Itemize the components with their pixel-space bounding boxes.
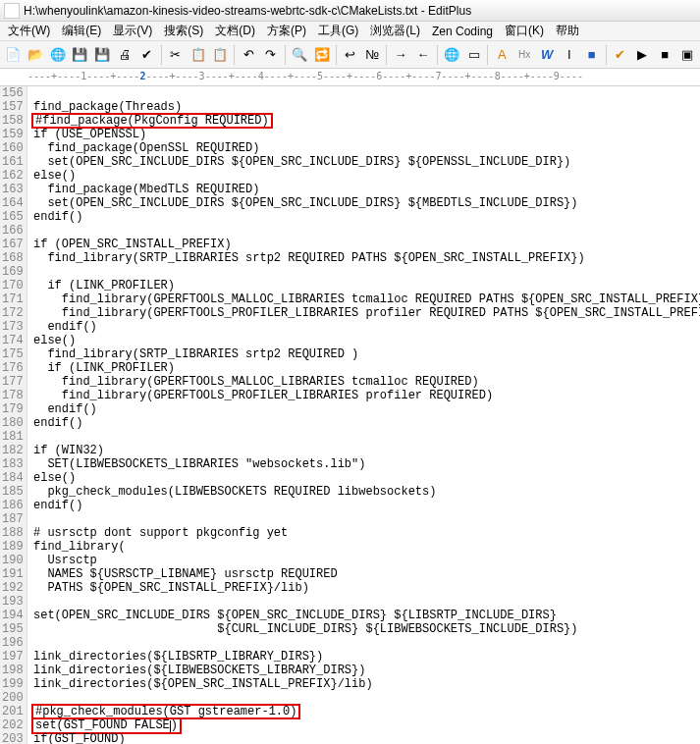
replace-button[interactable]: 🔁 [311, 44, 333, 66]
code-line[interactable]: set(OPEN_SRC_INCLUDE_DIRS ${OPEN_SRC_INC… [33, 196, 700, 210]
code-line[interactable] [33, 636, 700, 650]
menu-project[interactable]: 方案(P) [261, 21, 312, 41]
stop-button[interactable]: ■ [654, 44, 675, 66]
line-number: 161 [2, 155, 21, 169]
menu-edit[interactable]: 编辑(E) [56, 21, 107, 41]
code-line[interactable]: set(GST_FOUND FALSE) [33, 718, 700, 732]
indent-button[interactable]: → [390, 44, 411, 66]
code-line[interactable]: find_package(MbedTLS REQUIRED) [33, 183, 700, 196]
hex-button[interactable]: Hx [513, 44, 535, 66]
code-line[interactable]: find_library(GPERFTOOLS_PROFILER_LIBRARI… [33, 306, 700, 320]
line-number: 174 [2, 334, 21, 347]
browser-button[interactable]: 🌐 [441, 44, 462, 66]
line-number-gutter: 1561571581591601611621631641651661671681… [0, 86, 27, 744]
code-line[interactable]: SET(LIBWEBSOCKETS_LIBRARIES "websockets.… [33, 457, 700, 471]
save-all-button[interactable]: 💾 [91, 44, 113, 66]
code-line[interactable]: if (USE_OPENSSL) [33, 128, 700, 141]
code-line[interactable]: if (WIN32) [33, 444, 700, 457]
code-line[interactable]: link_directories(${OPEN_SRC_INSTALL_PREF… [33, 677, 700, 691]
redo-button[interactable]: ↷ [260, 44, 282, 66]
menu-document[interactable]: 文档(D) [209, 21, 261, 41]
code-line[interactable]: else() [33, 471, 700, 485]
line-number: 168 [2, 251, 21, 265]
open-remote-button[interactable]: 🌐 [47, 44, 69, 66]
code-line[interactable]: else() [33, 169, 700, 183]
code-line[interactable]: find_library(SRTP_LIBRARIES srtp2 REQUIR… [33, 251, 700, 265]
code-line[interactable] [33, 265, 700, 279]
code-line[interactable]: #pkg_check_modules(GST gstreamer-1.0) [33, 705, 700, 718]
code-line[interactable]: if (LINK_PROFILER) [33, 361, 700, 375]
bold-w-button[interactable]: W [536, 44, 558, 66]
print-button[interactable]: 🖨 [114, 44, 135, 66]
code-line[interactable]: if (OPEN_SRC_INSTALL_PREFIX) [33, 238, 700, 251]
open-file-button[interactable]: 📂 [25, 44, 46, 66]
line-number: 156 [2, 86, 21, 100]
code-line[interactable] [33, 512, 700, 526]
code-line[interactable]: find_package(OpenSSL REQUIRED) [33, 141, 700, 155]
undo-button[interactable]: ↶ [238, 44, 259, 66]
code-line[interactable] [33, 224, 700, 238]
line-number: 184 [2, 471, 21, 485]
code-line[interactable]: find_package(Threads) [33, 100, 700, 114]
italic-button[interactable]: I [559, 44, 580, 66]
menu-window[interactable]: 窗口(K) [499, 21, 550, 41]
code-line[interactable] [33, 86, 700, 100]
menu-tools[interactable]: 工具(G) [312, 21, 364, 41]
toolbar-separator [285, 45, 286, 65]
code-line[interactable]: if (LINK_PROFILER) [33, 279, 700, 292]
menu-file[interactable]: 文件(W) [2, 21, 56, 41]
terminal-button[interactable]: ▣ [676, 44, 698, 66]
line-number: 172 [2, 306, 21, 320]
menu-browser[interactable]: 浏览器(L) [364, 21, 426, 41]
code-line[interactable]: find_library(GPERFTOOLS_MALLOC_LIBRARIES… [33, 375, 700, 389]
code-line[interactable]: find_library( [33, 540, 700, 554]
line-number: 179 [2, 402, 21, 416]
code-line[interactable]: endif() [33, 320, 700, 334]
spell-check-button[interactable]: ✔ [136, 44, 158, 66]
color-swatch-button[interactable]: ■ [581, 44, 603, 66]
column-select-button[interactable]: ▭ [463, 44, 485, 66]
code-line[interactable]: ${CURL_INCLUDE_DIRS} ${LIBWEBSOCKETS_INC… [33, 622, 700, 636]
code-area[interactable]: find_package(Threads)#find_package(PkgCo… [27, 86, 700, 744]
code-line[interactable]: endif() [33, 402, 700, 416]
line-number: 194 [2, 609, 21, 622]
code-line[interactable]: find_library(SRTP_LIBRARIES srtp2 REQUIR… [33, 347, 700, 361]
code-line[interactable]: find_library(GPERFTOOLS_PROFILER_LIBRARI… [33, 389, 700, 402]
highlight-a-button[interactable]: A [491, 44, 512, 66]
paste-button[interactable]: 📋 [209, 44, 231, 66]
code-line[interactable]: Usrsctp [33, 554, 700, 567]
line-number-button[interactable]: № [361, 44, 383, 66]
cut-button[interactable]: ✂ [165, 44, 187, 66]
copy-button[interactable]: 📋 [188, 44, 209, 66]
menu-help[interactable]: 帮助 [550, 21, 585, 41]
code-line[interactable] [33, 430, 700, 444]
outdent-button[interactable]: ← [412, 44, 434, 66]
code-line[interactable]: set(OPEN_SRC_INCLUDE_DIRS ${OPEN_SRC_INC… [33, 609, 700, 622]
save-button[interactable]: 💾 [69, 44, 90, 66]
code-line[interactable]: pkg_check_modules(LIBWEBSOCKETS REQUIRED… [33, 485, 700, 499]
code-line[interactable]: #find_package(PkgConfig REQUIRED) [33, 114, 700, 128]
code-line[interactable]: find_library(GPERFTOOLS_MALLOC_LIBRARIES… [33, 292, 700, 306]
code-line[interactable]: NAMES ${USRSCTP_LIBNAME} usrsctp REQUIRE… [33, 567, 700, 581]
code-line[interactable]: link_directories(${LIBSRTP_LIBRARY_DIRS}… [33, 650, 700, 664]
menu-zen[interactable]: Zen Coding [426, 23, 499, 40]
word-wrap-button[interactable]: ↩ [340, 44, 361, 66]
check-button[interactable]: ✔ [610, 44, 631, 66]
toolbar-separator [437, 45, 438, 65]
find-button[interactable]: 🔍 [289, 44, 310, 66]
code-line[interactable]: else() [33, 334, 700, 347]
code-line[interactable]: link_directories(${LIBWEBSOCKETS_LIBRARY… [33, 664, 700, 677]
editor[interactable]: 1561571581591601611621631641651661671681… [0, 86, 700, 744]
code-line[interactable]: PATHS ${OPEN_SRC_INSTALL_PREFIX}/lib) [33, 581, 700, 595]
code-line[interactable]: endif() [33, 416, 700, 430]
code-line[interactable] [33, 595, 700, 609]
menu-search[interactable]: 搜索(S) [158, 21, 209, 41]
menu-view[interactable]: 显示(V) [107, 21, 158, 41]
code-line[interactable]: # usrsctp dont support pkgconfig yet [33, 526, 700, 540]
code-line[interactable]: set(OPEN_SRC_INCLUDE_DIRS ${OPEN_SRC_INC… [33, 155, 700, 169]
code-line[interactable] [33, 691, 700, 705]
new-file-button[interactable]: 📄 [2, 44, 24, 66]
code-line[interactable]: endif() [33, 499, 700, 512]
run-button[interactable]: ▶ [631, 44, 653, 66]
code-line[interactable]: endif() [33, 210, 700, 224]
